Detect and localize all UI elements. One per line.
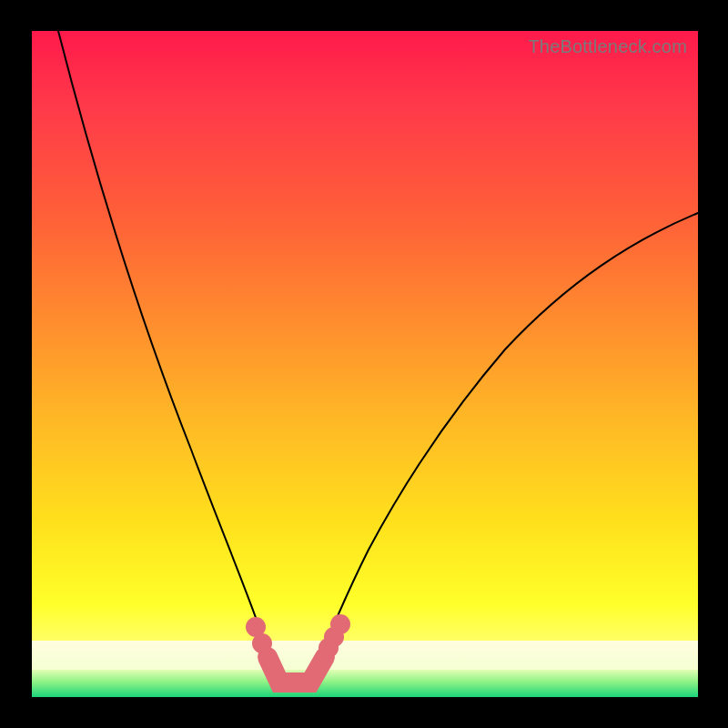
marker-right-3 xyxy=(330,614,350,634)
right-curve xyxy=(310,213,698,682)
chart-frame: TheBottleneck.com xyxy=(0,0,728,728)
left-curve xyxy=(58,31,279,682)
plot-area: TheBottleneck.com xyxy=(31,31,699,697)
bottleneck-band xyxy=(268,657,325,682)
marker-left-2 xyxy=(252,633,272,653)
curve-layer xyxy=(32,31,698,697)
